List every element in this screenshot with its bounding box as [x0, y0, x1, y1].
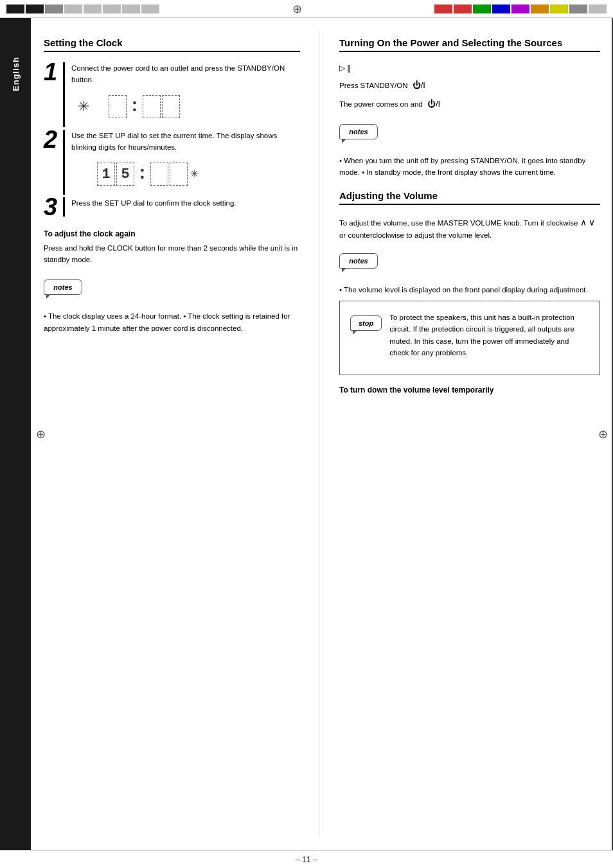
color-block [103, 4, 121, 13]
lcd-display-2: 1 5 : ✳ [78, 157, 300, 191]
color-block [141, 4, 159, 13]
step-2-text: Use the SET UP dial to set the current t… [71, 130, 300, 154]
notes-section-left: notes • The clock display uses a 24-hour… [44, 273, 300, 334]
power-symbol-1: ⏻/I [413, 80, 425, 90]
right-color-blocks [434, 4, 607, 13]
notes-tag-3: notes [339, 253, 378, 269]
adjust-again-section: To adjust the clock again Press and hold… [44, 229, 300, 266]
turning-on-title-text: Turning On the Power and Selecting the S… [339, 37, 562, 48]
stop-icon-wrap: stop [350, 312, 382, 335]
step-2-number: 2 [44, 127, 63, 152]
starburst-icon-2: ✳ [190, 168, 199, 180]
notes-text-1: • The clock display uses a 24-hour forma… [44, 310, 300, 334]
right-column: Turning On the Power and Selecting the S… [320, 31, 613, 837]
lcd-time-2: 1 5 : [97, 163, 188, 186]
stop-callout-box: stop To protect the speakers, this unit … [339, 301, 600, 375]
step-3-content: Press the SET UP dial to confirm the clo… [63, 197, 300, 217]
color-block [550, 4, 568, 13]
page-number: – 11 – [296, 855, 317, 864]
turn-down-heading: To turn down the volume level temporaril… [339, 385, 600, 394]
lcd-hour-tens [109, 95, 127, 118]
lcd-m2 [170, 163, 188, 186]
color-block [589, 4, 607, 13]
step-3-number: 3 [44, 195, 63, 219]
stop-box-text: To protect the speakers, this unit has a… [389, 312, 589, 359]
power-symbol-2: ⏻/I [427, 99, 440, 109]
notes-label-3: notes [339, 253, 378, 269]
caret-up-icon: ∧ [580, 217, 587, 227]
color-block [26, 4, 44, 13]
notes-section-right: notes • When you turn the unit off by pr… [339, 118, 600, 179]
power-on-text: Press STANDBY/ON ⏻/I [339, 79, 600, 93]
step-1-content: Connect the power cord to an outlet and … [63, 62, 300, 127]
notes-tag-1: notes [44, 279, 82, 295]
stop-tag: stop [350, 315, 382, 331]
color-block [569, 4, 587, 13]
caret-down-icon: ∨ [589, 217, 595, 227]
adjusting-volume-title: Adjusting the Volume [339, 190, 600, 205]
color-block [84, 4, 102, 13]
lcd-h2: 5 [116, 163, 134, 186]
step-3-block: 3 Press the SET UP dial to confirm the c… [44, 197, 300, 219]
color-block [6, 4, 24, 13]
turning-on-title: Turning On the Power and Selecting the S… [339, 37, 600, 52]
language-label: English [11, 57, 21, 91]
power-on-text2: The power comes on and ⏻/I [339, 98, 600, 111]
adjusting-volume-text: To adjust the volume, use the MASTER VOL… [339, 215, 600, 242]
left-color-blocks [6, 4, 159, 13]
top-bar [0, 0, 613, 18]
lcd-time-1: : [109, 95, 180, 118]
sidebar: English [0, 18, 31, 850]
adjusting-volume-section: Adjusting the Volume To adjust the volum… [339, 190, 600, 296]
step-2-content: Use the SET UP dial to set the current t… [63, 130, 300, 195]
crosshair-top-left [290, 3, 303, 15]
notes-section-3: notes • The volume level is displayed on… [339, 247, 600, 296]
step-1-text: Connect the power cord to an outlet and … [71, 62, 300, 86]
lcd-m1 [150, 163, 168, 186]
notes-tag-2: notes [339, 124, 378, 139]
color-block [64, 4, 82, 13]
color-block [454, 4, 472, 13]
notes-label-2: notes [339, 124, 378, 139]
notes-text-2: • When you turn the unit off by pressing… [339, 155, 600, 179]
color-block [531, 4, 549, 13]
step-1-block: 1 Connect the power cord to an outlet an… [44, 62, 300, 127]
notes-label-1: notes [44, 279, 82, 295]
color-block [473, 4, 491, 13]
lcd-min-tens [143, 95, 161, 118]
adjust-again-heading: To adjust the clock again [44, 229, 300, 238]
bottom-bar: – 11 – [0, 850, 613, 868]
notes-text-3: • The volume level is displayed on the f… [339, 284, 600, 296]
color-block [434, 4, 452, 13]
lcd-h1: 1 [97, 163, 115, 186]
starburst-icon: ✳ [78, 98, 89, 115]
play-pause-text: ▷ ‖ [339, 62, 600, 74]
color-block [45, 4, 63, 13]
lcd-display-1: ✳ : [78, 90, 300, 123]
setting-clock-title: Setting the Clock [44, 37, 300, 52]
play-pause-symbol: ▷ ‖ [339, 64, 351, 72]
color-block [122, 4, 140, 13]
stop-label: stop [350, 315, 382, 331]
crosshair-right: ⊕ [598, 427, 608, 441]
step-1-number: 1 [44, 60, 63, 84]
color-block [492, 4, 510, 13]
lcd-min-units [162, 95, 180, 118]
page-wrapper: English ⊕ ⊕ Setting the Clock 1 Connect … [0, 18, 613, 850]
step-2-block: 2 Use the SET UP dial to set the current… [44, 130, 300, 195]
step-3-text: Press the SET UP dial to confirm the clo… [71, 197, 300, 209]
color-block [511, 4, 529, 13]
adjust-again-text: Press and hold the CLOCK button for more… [44, 242, 300, 266]
left-column: Setting the Clock 1 Connect the power co… [31, 31, 320, 837]
crosshair-left: ⊕ [36, 427, 46, 441]
main-content: ⊕ ⊕ Setting the Clock 1 Connect the powe… [31, 18, 613, 850]
